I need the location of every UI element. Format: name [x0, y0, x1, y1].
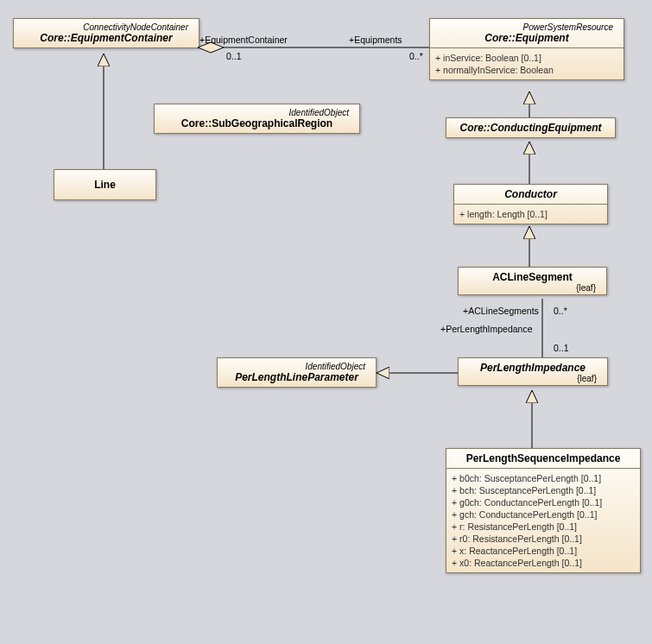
assoc-mult-ac-line-segments: 0..* — [554, 306, 567, 316]
class-conducting-equipment: Core::ConductingEquipment — [446, 117, 616, 138]
assoc-role-equipment-container: +EquipmentContainer — [199, 35, 288, 45]
class-per-length-line-parameter: IdentifiedObject PerLengthLineParameter — [217, 357, 377, 388]
constraint-label: {leaf} — [465, 283, 599, 293]
class-attributes: + inService: Boolean [0..1] + normallyIn… — [430, 48, 624, 79]
stereotype-label: IdentifiedObject — [225, 362, 369, 371]
class-name: PerLengthSequenceImpedance — [453, 452, 633, 464]
constraint-label: {leaf} — [465, 374, 600, 383]
assoc-mult-equipment-container: 0..1 — [226, 51, 242, 61]
class-name: Conductor — [461, 188, 600, 200]
class-equipment-container: ConnectivityNodeContainer Core::Equipmen… — [13, 18, 199, 48]
stereotype-label: IdentifiedObject — [161, 108, 352, 117]
class-name: Core::ConductingEquipment — [453, 122, 608, 134]
class-per-length-sequence-impedance: PerLengthSequenceImpedance + b0ch: Susce… — [446, 448, 641, 573]
class-name: Core::EquipmentContainer — [21, 32, 192, 44]
assoc-role-per-length-impedance: +PerLengthImpedance — [440, 324, 533, 334]
class-attributes: + length: Length [0..1] — [454, 205, 607, 224]
class-conductor: Conductor + length: Length [0..1] — [453, 184, 608, 224]
class-name: ACLineSegment — [465, 271, 599, 283]
assoc-role-equipments: +Equipments — [349, 35, 402, 45]
class-ac-line-segment: ACLineSegment {leaf} — [458, 267, 607, 295]
assoc-role-ac-line-segments: +ACLineSegments — [463, 306, 539, 316]
stereotype-label: ConnectivityNodeContainer — [21, 22, 192, 32]
assoc-mult-per-length-impedance: 0..1 — [554, 343, 569, 353]
class-equipment: PowerSystemResource Core::Equipment + in… — [429, 18, 624, 80]
class-name: PerLengthLineParameter — [225, 371, 369, 383]
class-name: Core::SubGeographicalRegion — [161, 117, 352, 129]
stereotype-label: PowerSystemResource — [437, 22, 617, 32]
class-sub-geographical-region: IdentifiedObject Core::SubGeographicalRe… — [154, 104, 360, 134]
class-per-length-impedance: PerLengthImpedance {leaf} — [458, 357, 608, 386]
class-name: Line — [61, 179, 149, 191]
assoc-mult-equipments: 0..* — [409, 51, 423, 61]
class-name: PerLengthImpedance — [465, 362, 600, 374]
class-line: Line — [54, 169, 156, 200]
class-attributes: + b0ch: SusceptancePerLength [0..1] + bc… — [446, 469, 640, 572]
class-name: Core::Equipment — [437, 32, 617, 44]
